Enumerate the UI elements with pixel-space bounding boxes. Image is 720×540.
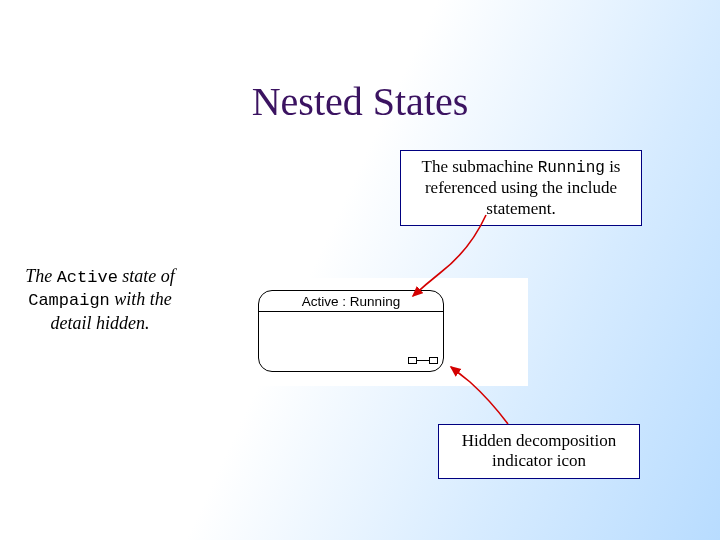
callout-decomposition: Hidden decomposition indicator icon — [438, 424, 640, 479]
state-divider — [259, 311, 443, 312]
decomp-box-icon — [429, 357, 438, 364]
hidden-decomposition-icon — [408, 356, 438, 366]
callout-code: Running — [538, 159, 605, 177]
callout-text: The submachine — [422, 157, 538, 176]
note-code: Campaign — [28, 291, 110, 310]
note-text: state of — [118, 266, 175, 286]
note-active-state: The Active state of Campaign with the de… — [10, 265, 190, 334]
callout-submachine: The submachine Running is referenced usi… — [400, 150, 642, 226]
note-text: The — [25, 266, 57, 286]
note-code: Active — [57, 268, 118, 287]
slide: Nested States The submachine Running is … — [0, 0, 720, 540]
state-label: Active : Running — [259, 294, 443, 309]
uml-state: Active : Running — [258, 290, 444, 372]
decomp-line-icon — [417, 360, 429, 361]
slide-title: Nested States — [0, 78, 720, 125]
decomp-box-icon — [408, 357, 417, 364]
